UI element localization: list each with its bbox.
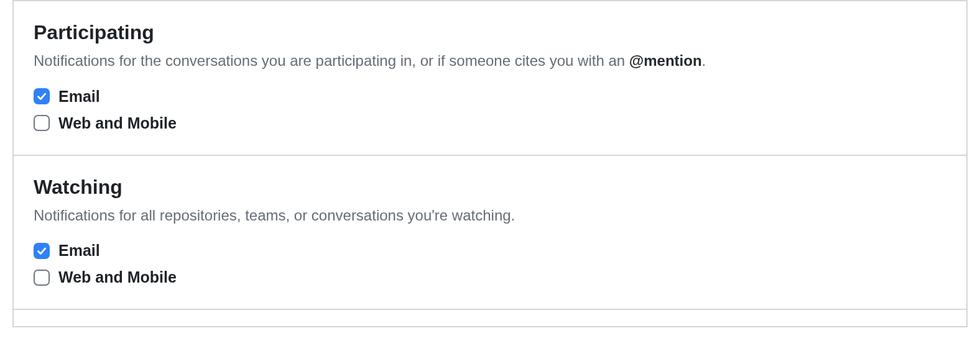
checkmark-icon[interactable] [34,243,50,259]
participating-desc-mention: @mention [629,52,702,69]
checkmark-icon[interactable] [34,88,50,104]
watching-web-option[interactable]: Web and Mobile [34,268,946,286]
participating-title: Participating [34,21,946,44]
participating-email-option[interactable]: Email [34,88,946,106]
watching-email-label: Email [58,242,100,260]
participating-email-label: Email [58,88,100,106]
watching-web-label: Web and Mobile [58,268,177,286]
next-section-fragment [14,309,966,327]
participating-description: Notifications for the conversations you … [34,50,946,71]
watching-email-option[interactable]: Email [34,242,946,260]
watching-section: Watching Notifications for all repositor… [14,155,966,309]
settings-panel: Participating Notifications for the conv… [12,0,968,327]
watching-description: Notifications for all repositories, team… [34,205,946,226]
checkbox-unchecked-icon[interactable] [34,115,50,131]
participating-web-option[interactable]: Web and Mobile [34,114,946,132]
participating-web-label: Web and Mobile [58,114,177,132]
participating-desc-text: Notifications for the conversations you … [34,52,629,69]
participating-desc-suffix: . [702,52,706,69]
participating-section: Participating Notifications for the conv… [14,0,966,155]
watching-title: Watching [34,176,946,199]
checkbox-unchecked-icon[interactable] [34,270,50,286]
